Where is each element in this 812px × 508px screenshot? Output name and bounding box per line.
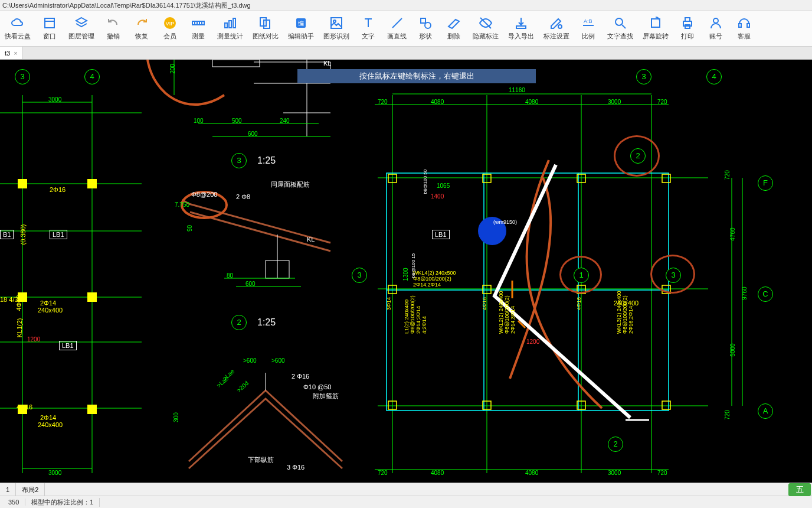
drawing-canvas[interactable]: 按住鼠标左键绘制标注，右键退出 <box>0 60 812 483</box>
vip-icon: VIP <box>163 16 177 30</box>
txt-4416b: 4Φ16 <box>17 403 32 411</box>
window-icon <box>42 16 57 30</box>
undo-button[interactable]: 撤销 <box>99 11 127 46</box>
dim-80: 80 <box>227 272 233 279</box>
dim-720r: 720 <box>657 99 667 105</box>
file-path: C:\Users\Administrator\AppData\Local\Tem… <box>2 2 251 9</box>
hide-annot-button[interactable]: 隐藏标注 <box>468 11 503 46</box>
slab-label-LB1r: LB1 <box>432 230 450 239</box>
service-button[interactable]: 客服 <box>730 11 758 46</box>
measure-stats-button[interactable]: 测量统计 <box>212 11 248 46</box>
svg-rect-86 <box>662 401 670 409</box>
measure-button[interactable]: 测量 <box>184 11 212 46</box>
svg-rect-35 <box>739 24 741 27</box>
beam-spec2: L1(2) 240x400 Φ8@100/200(2) 2Φ14;3Φ14 4;… <box>404 295 427 334</box>
toolbar-label: 文字查找 <box>607 32 633 41</box>
txt-4416r: 4Φ16 <box>482 297 487 310</box>
toolbar-label: 隐藏标注 <box>473 32 499 41</box>
ime-watermark: 五 <box>788 483 811 496</box>
line-icon <box>390 16 404 30</box>
rebar-2-8: 2 Φ8 <box>236 193 250 200</box>
toolbar-label: 图纸对比 <box>253 32 279 41</box>
dim-1400: 1400 <box>431 193 444 200</box>
svg-rect-30 <box>651 19 660 27</box>
text-search-button[interactable]: 文字查找 <box>603 11 638 46</box>
cloud-button[interactable]: 快看云盘 <box>0 11 35 46</box>
svg-line-20 <box>392 18 402 28</box>
slab-label-B1: B1 <box>0 230 14 239</box>
dim-720rb: 720 <box>657 470 667 476</box>
layout-tab-1[interactable]: 1 <box>0 483 16 496</box>
text-icon <box>361 16 375 30</box>
edit-helper-button[interactable]: 编编辑助手 <box>283 11 319 46</box>
import-export-button[interactable]: 导入导出 <box>503 11 539 46</box>
txt-4416: 4Φ16 <box>15 295 22 311</box>
rotate-button[interactable]: 屏幕旋转 <box>638 11 673 46</box>
scale-icon: A:B <box>581 16 595 30</box>
slab-label-LB1: LB1 <box>50 230 67 239</box>
layout-tab-2[interactable]: 布局2 <box>16 483 45 496</box>
svg-point-22 <box>425 22 431 28</box>
toolbar-label: 账号 <box>709 32 722 41</box>
toolbar-label: 测量统计 <box>217 32 243 41</box>
beam-spec3: WKL2(2) 240x400 Φ8@100/200(2) 2Φ14;3Φ14 <box>498 291 516 334</box>
svg-rect-48 <box>87 292 97 302</box>
svg-point-25 <box>558 25 562 28</box>
dim-4080b2: 4080 <box>525 470 538 476</box>
toolbar-label: 撤销 <box>107 32 120 41</box>
toolbar-label: 打印 <box>681 32 694 41</box>
txt-2414b: 2Φ14 <box>40 414 56 421</box>
grid-bubble-3r: 3 <box>636 69 651 84</box>
measure-icon <box>191 16 205 30</box>
delete-button[interactable]: 删除 <box>440 11 468 46</box>
toolbar-label: 图形识别 <box>323 32 349 41</box>
dim-720rs2: 720 <box>724 410 731 420</box>
annot-settings-button[interactable]: 标注设置 <box>539 11 574 46</box>
layers-button[interactable]: 图层管理 <box>64 11 99 46</box>
tab-t3[interactable]: t3 × <box>0 47 23 59</box>
text-search-icon <box>613 16 627 30</box>
annot-settings-icon <box>549 16 564 30</box>
svg-point-28 <box>615 18 623 25</box>
main-toolbar: 快看云盘窗口图层管理撤销恢复VIP会员测量测量统计图纸对比编编辑助手图形识别文字… <box>0 11 812 47</box>
toolbar-label: 屏幕旋转 <box>643 32 669 41</box>
rebar-3-16: 3 Φ16 <box>287 464 304 471</box>
close-icon[interactable]: × <box>14 47 17 60</box>
toolbar-label: 标注设置 <box>543 32 569 41</box>
txt-b8-15: b8@100 15 <box>411 253 416 278</box>
toolbar-label: 测量 <box>192 32 205 41</box>
txt-roof: 同屋面板配筋 <box>271 180 310 189</box>
dim-7750: 7.750 <box>175 201 189 208</box>
txt-b8-50: b8@100 50 <box>423 170 428 194</box>
dim-1200: 1200 <box>526 338 539 345</box>
shape-button[interactable]: 形状 <box>411 11 440 46</box>
grid-bubble-4: 4 <box>84 69 100 84</box>
dim-600b: 600 <box>245 281 256 287</box>
grid-bubble-3: 3 <box>15 69 30 84</box>
window-button[interactable]: 窗口 <box>35 11 64 46</box>
dim-4080b: 4080 <box>525 99 538 105</box>
document-tabs: t3 × <box>0 47 812 60</box>
recognize-button[interactable]: 图形识别 <box>319 11 354 46</box>
text-button[interactable]: 文字 <box>354 11 382 46</box>
compare-button[interactable]: 图纸对比 <box>248 11 283 46</box>
redo-button[interactable]: 恢复 <box>127 11 156 46</box>
grid-bubble-3m: 3 <box>352 268 367 283</box>
txt-2416: 2Φ16 <box>50 186 66 193</box>
dim-100: 100 <box>194 118 204 124</box>
title-bar: C:\Users\Administrator\AppData\Local\Tem… <box>0 0 812 11</box>
txt-0380: (0.380) <box>19 224 27 245</box>
line-button[interactable]: 画直线 <box>382 11 411 46</box>
account-button[interactable]: 账号 <box>702 11 730 46</box>
dim-200v: 200 <box>169 64 176 74</box>
slab-label-LB1b: LB1 <box>59 341 77 350</box>
txt-240x400r: 240x400 <box>614 299 639 307</box>
cloud-icon <box>11 16 25 30</box>
grid-bubble-4r: 4 <box>706 69 722 84</box>
txt-fujia: 附加箍筋 <box>313 392 339 400</box>
toolbar-label: 客服 <box>738 32 751 41</box>
print-button[interactable]: 打印 <box>673 11 702 46</box>
vip-button[interactable]: VIP会员 <box>156 11 184 46</box>
scale-button[interactable]: A:B比例 <box>574 11 603 46</box>
svg-rect-36 <box>747 24 749 27</box>
